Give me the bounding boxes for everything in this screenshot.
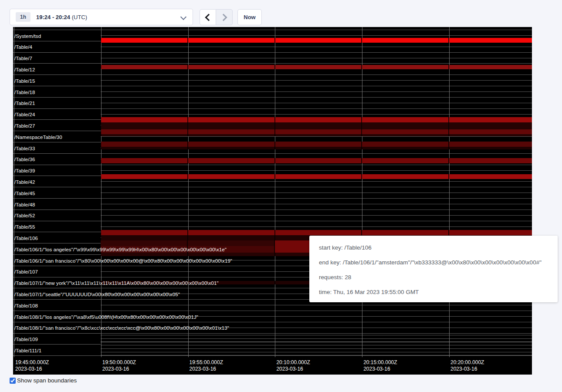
tooltip-requests: requests: 28	[319, 270, 548, 285]
row-label: /Table/18	[14, 90, 35, 95]
tooltip-start-key: start key: /Table/106	[319, 240, 548, 255]
grid-vline	[449, 27, 450, 357]
span-boundary-grid-dense	[101, 335, 532, 358]
row-label: /Table/21	[14, 101, 35, 106]
grid-vline	[101, 27, 102, 357]
row-label: /Table/107	[14, 269, 38, 275]
time-window-nav	[200, 9, 233, 25]
row-label: /Table/111/1	[14, 348, 41, 354]
row-label: /Table/7	[14, 56, 32, 61]
previous-window-button[interactable]	[200, 9, 216, 25]
heat-band[interactable]	[101, 230, 532, 235]
show-span-boundaries-row[interactable]: Show span boundaries	[10, 377, 77, 384]
now-button[interactable]: Now	[237, 9, 262, 25]
next-window-button[interactable]	[216, 9, 233, 25]
row-label: /Table/4	[14, 44, 32, 50]
heat-band[interactable]	[101, 65, 532, 69]
row-label: /Table/48	[14, 202, 35, 208]
tooltip-end-key: end key: /Table/106/1/"amsterdam"/"\xb33…	[319, 255, 548, 270]
grid-vline	[188, 27, 189, 357]
chevron-left-icon	[205, 14, 213, 21]
chevron-down-icon	[181, 13, 186, 21]
row-label: /Table/27	[14, 123, 35, 129]
row-label: /Table/39	[14, 168, 35, 174]
row-label: /Table/55	[14, 224, 35, 230]
grid-vline	[362, 27, 362, 357]
bucket-tooltip: start key: /Table/106 end key: /Table/10…	[309, 236, 558, 302]
row-label: /Table/108	[14, 303, 38, 309]
time-preset-badge: 1h	[16, 12, 30, 22]
chevron-right-icon	[220, 14, 227, 21]
time-range-selector[interactable]: 1h 19:24 - 20:24 (UTC)	[10, 9, 193, 25]
row-label: /Table/12	[14, 67, 35, 73]
row-label: /NamespaceTable/30	[14, 135, 62, 140]
grid-vline	[275, 27, 275, 357]
heat-band[interactable]	[101, 174, 532, 179]
row-label: /Table/106/1/"san francisco"/"\x80\x00\x…	[14, 258, 232, 264]
row-label: /Table/108/1/"los angeles"/"\xa8\xf5\u00…	[14, 314, 198, 320]
row-label: /Table/52	[14, 213, 35, 219]
row-label: /Table/36	[14, 157, 35, 162]
row-label: /Table/107/1/"new york"/"\x11\x11\x11\x1…	[14, 280, 219, 286]
heat-band[interactable]	[101, 117, 532, 122]
heat-band[interactable]	[101, 122, 532, 129]
row-label: /Table/107/1/"seattle"/"UUUUUUD\x00\x80\…	[14, 292, 180, 297]
toolbar: 1h 19:24 - 20:24 (UTC) Now	[0, 0, 562, 27]
row-label: /System/tsd	[14, 34, 41, 39]
show-span-boundaries-checkbox[interactable]	[10, 378, 16, 384]
heat-band[interactable]	[101, 134, 532, 136]
row-label: /Table/106/1/"los angeles"/"\x99\x99\x99…	[14, 247, 227, 253]
heat-band[interactable]	[101, 147, 532, 149]
row-label: /Table/33	[14, 146, 35, 152]
row-label: /Table/24	[14, 112, 35, 118]
tooltip-time: time: Thu, 16 Mar 2023 19:55:00 GMT	[319, 285, 548, 300]
heat-band[interactable]	[101, 158, 532, 163]
heat-band[interactable]	[101, 38, 532, 43]
row-label: /Table/42	[14, 179, 35, 185]
heat-band[interactable]	[101, 240, 275, 246]
row-label: /Table/15	[14, 78, 35, 84]
keyvis-canvas[interactable]: /System/tsd/Table/4/Table/7/Table/12/Tab…	[13, 27, 532, 375]
time-range-text: 19:24 - 20:24 (UTC)	[36, 14, 87, 20]
time-range-value: 19:24 - 20:24	[36, 14, 70, 20]
heat-band[interactable]	[101, 129, 532, 134]
row-label: /Table/45	[14, 191, 35, 196]
row-label: /Table/109	[14, 337, 38, 342]
time-range-timezone: (UTC)	[72, 14, 87, 20]
show-span-boundaries-label: Show span boundaries	[17, 377, 77, 384]
heat-band[interactable]	[101, 142, 532, 147]
row-label: /Table/108/1/"san francisco"/"\x8c\xcc\x…	[14, 325, 229, 331]
row-label: /Table/106	[14, 236, 38, 241]
